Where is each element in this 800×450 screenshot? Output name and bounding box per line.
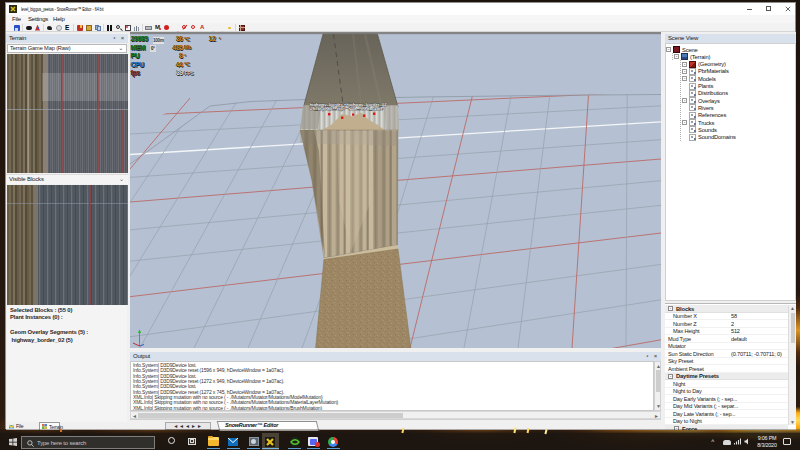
svg-text:US_asphalt…tбуf—≤ba…med_скиte: US_asphalt…tбуf—≤ba…med_скиte <box>309 106 383 111</box>
